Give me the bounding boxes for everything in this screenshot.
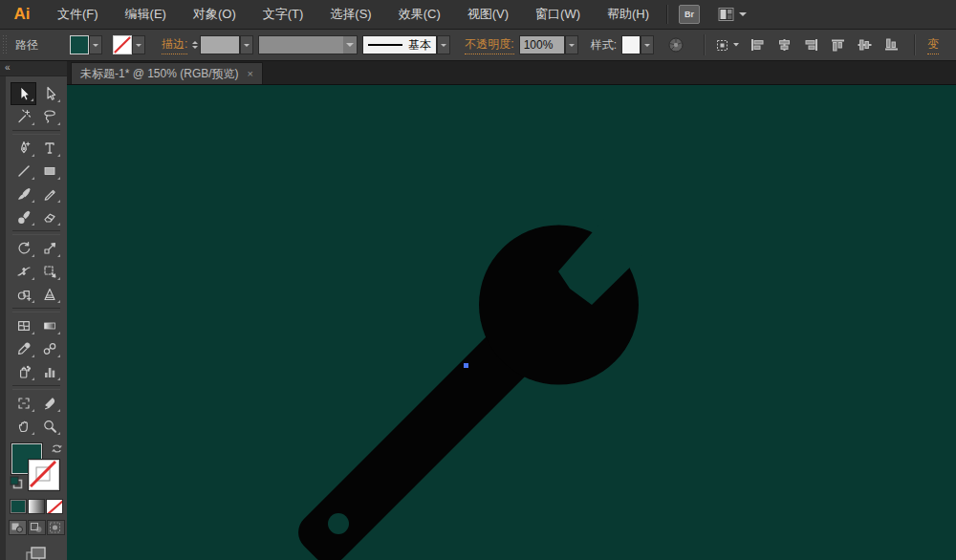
brush-dropdown-button[interactable] xyxy=(437,35,450,54)
align-v-center-icon[interactable] xyxy=(855,36,875,54)
perspective-grid-tool[interactable] xyxy=(36,283,62,306)
gradient-button[interactable] xyxy=(28,499,45,514)
launch-bridge-button[interactable]: Br xyxy=(679,5,700,24)
panel-collapse-button[interactable]: « xyxy=(0,61,67,76)
app-logo: Ai xyxy=(0,5,44,24)
wrench-artwork[interactable] xyxy=(67,85,956,560)
stroke-weight-control[interactable] xyxy=(192,35,253,54)
slice-tool[interactable] xyxy=(36,392,62,415)
align-h-center-icon[interactable] xyxy=(774,36,794,54)
mesh-tool[interactable] xyxy=(11,314,36,337)
tools-panel-body xyxy=(6,76,67,560)
gradient-tool[interactable] xyxy=(36,314,62,337)
recolor-artwork-icon[interactable] xyxy=(666,35,685,54)
line-segment-tool[interactable] xyxy=(11,160,36,183)
align-bottom-icon[interactable] xyxy=(881,36,902,54)
free-transform-tool[interactable] xyxy=(36,260,62,283)
draw-normal-button[interactable] xyxy=(9,520,27,535)
style-dropdown-button[interactable] xyxy=(641,35,654,54)
brush-definition-control[interactable]: 基本 xyxy=(362,35,450,54)
stroke-weight-input[interactable] xyxy=(200,35,240,54)
menu-item-4[interactable]: 选择(S) xyxy=(316,0,384,29)
align-top-icon[interactable] xyxy=(828,36,848,54)
paintbrush-tool[interactable] xyxy=(11,183,36,205)
rectangle-tool[interactable] xyxy=(36,160,62,183)
blend-tool[interactable] xyxy=(36,337,62,360)
magic-wand-tool[interactable] xyxy=(11,105,36,128)
stroke-weight-stepper[interactable] xyxy=(192,41,198,49)
change-screen-mode-icon[interactable] xyxy=(24,545,49,560)
workspace: « xyxy=(0,61,956,560)
workspace-switcher[interactable] xyxy=(717,6,747,23)
menu-items: 文件(F)编辑(E)对象(O)文字(T)选择(S)效果(C)视图(V)窗口(W)… xyxy=(44,0,663,29)
variable-width-profile-select[interactable] xyxy=(258,35,358,54)
style-swatch[interactable] xyxy=(621,35,641,54)
opacity-input[interactable]: 100% xyxy=(519,35,565,54)
stroke-color-control[interactable] xyxy=(113,35,145,54)
lasso-tool[interactable] xyxy=(36,105,62,128)
fill-color-swatch[interactable] xyxy=(70,35,89,54)
rotate-tool[interactable] xyxy=(11,237,36,260)
hand-tool[interactable] xyxy=(11,415,36,438)
width-tool[interactable] xyxy=(11,260,36,283)
opacity-dropdown-button[interactable] xyxy=(565,35,578,54)
tool-group-divider xyxy=(12,130,60,135)
opacity-panel-link[interactable]: 不透明度: xyxy=(465,36,513,54)
opacity-control[interactable]: 100% xyxy=(519,35,578,54)
control-bar: 路径 描边: 基本 不透明度: xyxy=(0,30,956,61)
close-icon[interactable]: × xyxy=(248,68,253,79)
transform-panel-link[interactable]: 变 xyxy=(927,36,939,54)
menu-item-7[interactable]: 窗口(W) xyxy=(522,0,594,29)
type-tool[interactable] xyxy=(36,137,62,160)
zoom-tool[interactable] xyxy=(36,415,62,438)
align-left-icon[interactable] xyxy=(748,36,768,54)
direct-selection-tool[interactable] xyxy=(36,82,62,105)
stroke-weight-dropdown[interactable] xyxy=(240,35,253,54)
brush-name: 基本 xyxy=(408,37,431,54)
eyedropper-tool[interactable] xyxy=(11,337,36,360)
menu-item-6[interactable]: 视图(V) xyxy=(454,0,522,29)
paint-buttons xyxy=(10,499,63,514)
menu-item-3[interactable]: 文字(T) xyxy=(250,0,317,29)
menu-item-1[interactable]: 编辑(E) xyxy=(112,0,180,29)
menu-item-5[interactable]: 效果(C) xyxy=(385,0,454,29)
menu-item-0[interactable]: 文件(F) xyxy=(44,0,112,29)
panel-grip[interactable] xyxy=(2,34,7,55)
brush-stroke-preview xyxy=(368,44,402,46)
brush-preview[interactable]: 基本 xyxy=(362,35,437,54)
fill-dropdown-button[interactable] xyxy=(89,35,102,54)
draw-inside-button[interactable] xyxy=(47,520,65,535)
anchor-point[interactable] xyxy=(464,363,468,368)
selection-tool[interactable] xyxy=(11,82,36,105)
stroke-panel-link[interactable]: 描边: xyxy=(162,36,187,54)
none-button[interactable] xyxy=(46,499,63,514)
column-graph-tool[interactable] xyxy=(36,360,62,383)
chevron-down-icon xyxy=(739,12,747,20)
menu-item-2[interactable]: 对象(O) xyxy=(180,0,250,29)
blob-brush-tool[interactable] xyxy=(11,205,36,228)
eraser-tool[interactable] xyxy=(36,205,62,228)
draw-behind-button[interactable] xyxy=(28,520,46,535)
document-tab-bar: 未标题-1* @ 150% (RGB/预览) × xyxy=(67,61,956,84)
stroke-indicator[interactable] xyxy=(29,460,59,490)
document-tab[interactable]: 未标题-1* @ 150% (RGB/预览) × xyxy=(71,62,263,84)
pen-tool[interactable] xyxy=(11,137,36,160)
scale-tool[interactable] xyxy=(36,237,62,260)
graphic-style-control[interactable] xyxy=(621,35,654,54)
menu-item-8[interactable]: 帮助(H) xyxy=(594,0,663,29)
chevron-down-icon xyxy=(343,36,357,54)
style-label: 样式: xyxy=(591,37,617,54)
artboard-tool[interactable] xyxy=(11,392,36,415)
stroke-none-swatch[interactable] xyxy=(113,35,132,54)
pencil-tool[interactable] xyxy=(36,183,62,205)
symbol-sprayer-tool[interactable] xyxy=(11,360,36,383)
fill-color-control[interactable] xyxy=(70,35,102,54)
align-to-selection-icon[interactable] xyxy=(713,36,741,54)
artboard-canvas[interactable] xyxy=(67,84,956,560)
swap-fill-stroke-icon[interactable] xyxy=(51,442,63,459)
shape-builder-tool[interactable] xyxy=(11,283,36,306)
stroke-dropdown-button[interactable] xyxy=(132,35,145,54)
color-button[interactable] xyxy=(10,499,27,514)
default-fill-stroke-icon[interactable] xyxy=(10,476,23,493)
align-right-icon[interactable] xyxy=(801,36,821,54)
